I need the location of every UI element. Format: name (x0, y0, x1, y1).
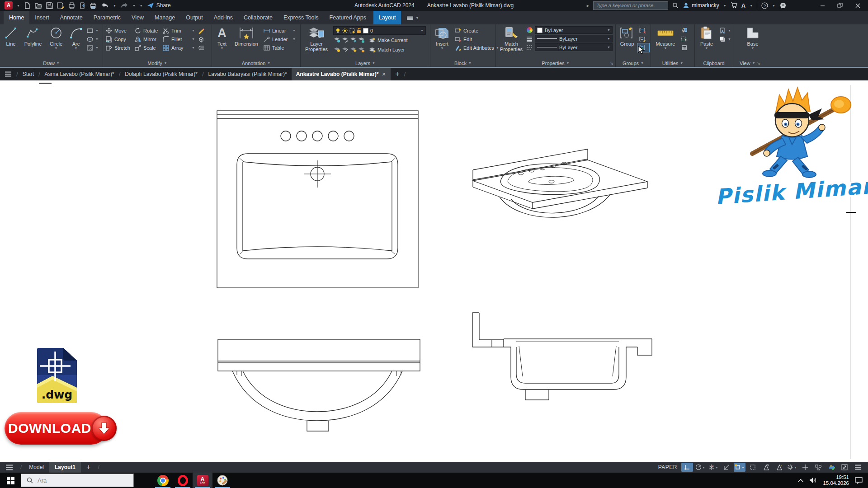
cart-icon[interactable] (731, 2, 737, 9)
tab-add-ins[interactable]: Add-ins (208, 11, 238, 24)
fillet-caret-icon[interactable]: ▼ (192, 38, 195, 41)
dimension-tool-button[interactable]: Dimension (231, 24, 262, 47)
volume-icon[interactable] (809, 477, 817, 483)
autodesk-a-icon[interactable]: A (741, 2, 745, 9)
edit-block-button[interactable]: Edit (453, 35, 495, 43)
isodraft-caret-icon[interactable]: ▼ (715, 466, 718, 469)
layer-dropdown[interactable]: 0 ▼ (333, 26, 426, 35)
text-caret-icon[interactable]: ▼ (221, 47, 224, 50)
ellipse-tool-button[interactable]: ▼ (85, 35, 100, 43)
linetype-icon[interactable] (526, 44, 533, 51)
rectangle-caret-icon[interactable]: ▼ (95, 29, 99, 32)
layer-off-icon[interactable] (333, 46, 340, 53)
polar-caret-icon[interactable]: ▼ (702, 466, 705, 469)
isolate-objects-button[interactable] (812, 463, 824, 472)
start-button[interactable] (0, 473, 21, 488)
graphics-performance-button[interactable] (826, 463, 837, 472)
customization-menu-button[interactable] (852, 463, 863, 472)
print-button[interactable] (90, 2, 97, 9)
offset-tool-button[interactable] (196, 43, 207, 52)
tray-expand-chevron-icon[interactable] (798, 479, 803, 482)
tab-home[interactable]: Home (4, 11, 29, 24)
insert-block-button[interactable]: Insert ▼ (431, 24, 453, 50)
app-menu-caret-icon[interactable]: ▼ (17, 4, 20, 7)
selection-cycling-button[interactable] (747, 463, 759, 472)
save-as-button[interactable] (57, 2, 64, 9)
object-color-dropdown[interactable]: ByLayer ▼ (535, 26, 613, 34)
autocad-logo-icon[interactable]: A (5, 1, 13, 9)
osnap-tracking-button[interactable] (721, 463, 732, 472)
download-button[interactable]: DOWNLOAD (5, 412, 108, 445)
utilities-panel-label[interactable]: Utilities▼ (651, 60, 694, 66)
tab-express-tools[interactable]: Express Tools (278, 11, 324, 24)
base-view-button[interactable]: Base ▼ (741, 24, 764, 50)
arc-caret-icon[interactable]: ▼ (75, 47, 78, 50)
restore-button[interactable] (833, 0, 847, 11)
file-tabs-menu-button[interactable] (0, 68, 16, 80)
modify-panel-label[interactable]: Modify▼ (103, 60, 212, 66)
cut-caret-icon[interactable]: ▼ (728, 29, 731, 32)
properties-launcher-icon[interactable]: ↘ (610, 61, 613, 66)
layout1-tab[interactable]: Layout1 (49, 462, 81, 473)
tab-manage[interactable]: Manage (149, 11, 180, 24)
base-caret-icon[interactable]: ▼ (751, 47, 755, 50)
scale-tool-button[interactable]: Scale (133, 43, 161, 52)
drawing-canvas[interactable]: Pislik Mimar .dwg DOWNLOAD (0, 80, 868, 462)
layer-properties-button[interactable]: Layer Properties (302, 24, 331, 52)
rotate-tool-button[interactable]: Rotate (133, 26, 161, 35)
layer-unisolate-icon[interactable] (341, 37, 349, 44)
action-center-icon[interactable] (855, 477, 863, 484)
file-tab-asma-lavabo[interactable]: Asma Lavabo (Pislik Mimar)* (40, 68, 119, 80)
cut-clip-button[interactable]: ▼ (717, 26, 731, 35)
assistant-icon[interactable] (779, 2, 787, 9)
layer-isolate-icon[interactable] (333, 37, 340, 44)
taskbar-paint-button[interactable] (212, 473, 232, 488)
layer-freeze-icon[interactable] (349, 37, 357, 44)
user-account-button[interactable]: mimarlucky (683, 2, 719, 9)
search-type-caret-icon[interactable]: ▶ (587, 4, 589, 7)
layer-lock-icon[interactable] (358, 37, 365, 44)
tab-insert[interactable]: Insert (29, 11, 54, 24)
taskbar-search[interactable] (21, 474, 134, 487)
taskbar-search-input[interactable] (37, 477, 115, 484)
taskbar-chrome-button[interactable] (153, 473, 173, 488)
tab-layout-contextual[interactable]: Layout (373, 11, 401, 24)
layer-unlock2-icon[interactable] (358, 46, 365, 53)
circle-tool-button[interactable]: Circle ▼ (45, 24, 67, 50)
clean-screen-button[interactable] (839, 463, 850, 472)
trim-caret-icon[interactable]: ▼ (192, 29, 195, 32)
measure-button[interactable]: Measure ▼ (652, 24, 679, 50)
make-current-button[interactable]: Make Current (366, 36, 409, 44)
tab-parametric[interactable]: Parametric (88, 11, 126, 24)
qat-customize-caret-icon[interactable]: ▼ (140, 4, 143, 7)
file-tab-close-icon[interactable]: ✕ (382, 71, 386, 77)
clipboard-panel-label[interactable]: Clipboard (695, 60, 733, 66)
minimize-button[interactable] (816, 0, 829, 11)
explode-tool-button[interactable] (196, 35, 207, 43)
paper-space-label[interactable]: PAPER (658, 464, 677, 470)
line-tool-button[interactable]: Line (1, 24, 21, 47)
fillet-tool-button[interactable]: Fillet▼ (161, 35, 196, 43)
tab-view[interactable]: View (126, 11, 149, 24)
polyline-tool-button[interactable]: Polyline (21, 24, 45, 47)
polar-tracking-button[interactable]: ▼ (694, 463, 706, 472)
ellipse-caret-icon[interactable]: ▼ (95, 38, 99, 41)
ungroup-button[interactable] (637, 26, 649, 35)
ribbon-display-toggle[interactable]: ▼ (401, 11, 424, 24)
layer-thaw-icon[interactable] (349, 46, 357, 53)
leader-caret-icon[interactable]: ▼ (292, 38, 296, 41)
select-similar-button[interactable] (679, 35, 691, 43)
group-edit-button[interactable] (637, 35, 649, 43)
undo-caret-icon[interactable]: ▼ (113, 4, 116, 7)
object-color-caret-icon[interactable]: ▼ (607, 28, 610, 32)
annotation-visibility-button[interactable] (760, 463, 772, 472)
properties-panel-label[interactable]: Properties▼↘ (496, 60, 615, 66)
taskbar-autocad-button[interactable]: ACAD (193, 473, 212, 488)
insert-caret-icon[interactable]: ▼ (441, 47, 444, 50)
object-snap-button[interactable]: ▼ (734, 463, 745, 472)
mirror-tool-button[interactable]: Mirror (133, 35, 161, 43)
quick-select-button[interactable] (679, 26, 691, 35)
array-tool-button[interactable]: Array▼ (161, 43, 196, 52)
lineweight-icon[interactable] (526, 35, 533, 42)
view-launcher-icon[interactable]: ↘ (757, 61, 761, 66)
